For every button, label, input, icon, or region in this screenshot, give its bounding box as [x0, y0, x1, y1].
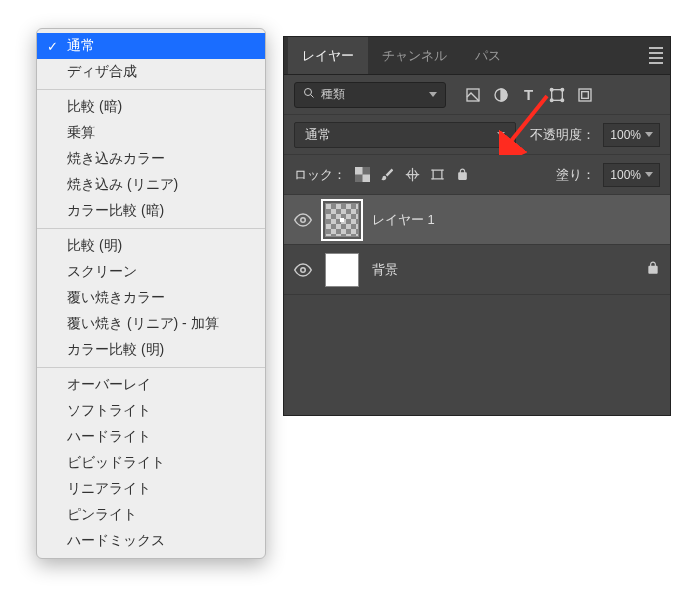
opacity-label: 不透明度：	[530, 126, 595, 144]
blend-mode-option[interactable]: 覆い焼きカラー	[37, 285, 265, 311]
svg-point-5	[550, 88, 553, 91]
layers-empty-area	[284, 295, 670, 415]
blend-mode-option[interactable]: 比較 (明)	[37, 233, 265, 259]
layer-thumbnail[interactable]	[322, 250, 362, 290]
svg-point-20	[301, 267, 306, 272]
blend-mode-option[interactable]: 焼き込みカラー	[37, 146, 265, 172]
chevron-down-icon	[429, 92, 437, 97]
blend-mode-option[interactable]: ハードライト	[37, 424, 265, 450]
layers-panel: レイヤー チャンネル パス 種類 T 通常 不透明度： 100%	[283, 36, 671, 416]
svg-point-7	[550, 99, 553, 102]
blend-mode-option[interactable]: ディザ合成	[37, 59, 265, 85]
panel-tab-bar: レイヤー チャンネル パス	[284, 37, 670, 75]
filter-type-select[interactable]: 種類	[294, 82, 446, 108]
fill-input[interactable]: 100%	[603, 163, 660, 187]
blend-mode-option[interactable]: ピンライト	[37, 502, 265, 528]
search-icon	[303, 87, 315, 102]
visibility-icon[interactable]	[294, 211, 312, 229]
filter-label: 種類	[321, 86, 345, 103]
svg-point-0	[305, 89, 312, 96]
blend-mode-option[interactable]: カラー比較 (暗)	[37, 198, 265, 224]
menu-separator	[37, 228, 265, 229]
blend-mode-option[interactable]: ハードミックス	[37, 528, 265, 554]
lock-icon	[646, 261, 660, 278]
filter-adjustment-icon[interactable]	[492, 86, 509, 103]
blend-mode-option[interactable]: スクリーン	[37, 259, 265, 285]
filter-shape-icon[interactable]	[548, 86, 565, 103]
menu-separator	[37, 367, 265, 368]
blend-mode-option[interactable]: 通常	[37, 33, 265, 59]
blend-mode-option[interactable]: ソフトライト	[37, 398, 265, 424]
blend-mode-menu: 通常ディザ合成比較 (暗)乗算焼き込みカラー焼き込み (リニア)カラー比較 (暗…	[36, 28, 266, 559]
lock-artboard-icon[interactable]	[429, 166, 446, 183]
chevron-down-icon	[497, 132, 505, 137]
blend-row: 通常 不透明度： 100%	[284, 115, 670, 155]
layer-row[interactable]: レイヤー 1	[284, 195, 670, 245]
filter-type-icon[interactable]: T	[520, 86, 537, 103]
chevron-down-icon	[645, 172, 653, 177]
lock-transparency-icon[interactable]	[354, 166, 371, 183]
fill-label: 塗り：	[556, 166, 595, 184]
blend-mode-select[interactable]: 通常	[294, 122, 516, 148]
svg-rect-4	[551, 89, 562, 100]
svg-rect-9	[579, 89, 591, 101]
layer-name[interactable]: レイヤー 1	[372, 211, 435, 229]
lock-row: ロック： 塗り： 100%	[284, 155, 670, 195]
svg-rect-13	[363, 175, 371, 183]
svg-rect-10	[581, 91, 588, 98]
layer-name[interactable]: 背景	[372, 261, 398, 279]
svg-line-1	[311, 95, 314, 98]
layer-row[interactable]: 背景	[284, 245, 670, 295]
blend-current: 通常	[305, 126, 331, 144]
filter-row: 種類 T	[284, 75, 670, 115]
filter-image-icon[interactable]	[464, 86, 481, 103]
panel-menu-icon[interactable]	[646, 46, 666, 66]
lock-position-icon[interactable]	[404, 166, 421, 183]
lock-label: ロック：	[294, 166, 346, 184]
opacity-input[interactable]: 100%	[603, 123, 660, 147]
svg-rect-14	[433, 170, 442, 179]
visibility-icon[interactable]	[294, 261, 312, 279]
tab-paths[interactable]: パス	[461, 37, 515, 74]
layer-thumbnail[interactable]	[322, 200, 362, 240]
lock-pixels-icon[interactable]	[379, 166, 396, 183]
lock-all-icon[interactable]	[454, 166, 471, 183]
blend-mode-option[interactable]: 比較 (暗)	[37, 94, 265, 120]
blend-mode-option[interactable]: 乗算	[37, 120, 265, 146]
blend-mode-option[interactable]: オーバーレイ	[37, 372, 265, 398]
filter-smart-icon[interactable]	[576, 86, 593, 103]
menu-separator	[37, 89, 265, 90]
svg-rect-12	[355, 167, 363, 175]
tab-layers[interactable]: レイヤー	[288, 37, 368, 74]
blend-mode-option[interactable]: カラー比較 (明)	[37, 337, 265, 363]
canvas-area	[283, 438, 671, 604]
blend-mode-option[interactable]: 焼き込み (リニア)	[37, 172, 265, 198]
svg-point-19	[301, 217, 306, 222]
blend-mode-option[interactable]: 覆い焼き (リニア) - 加算	[37, 311, 265, 337]
svg-point-6	[561, 88, 564, 91]
tab-channels[interactable]: チャンネル	[368, 37, 461, 74]
blend-mode-option[interactable]: リニアライト	[37, 476, 265, 502]
filter-icon-group: T	[464, 86, 593, 103]
blend-mode-option[interactable]: ビビッドライト	[37, 450, 265, 476]
svg-point-8	[561, 99, 564, 102]
chevron-down-icon	[645, 132, 653, 137]
